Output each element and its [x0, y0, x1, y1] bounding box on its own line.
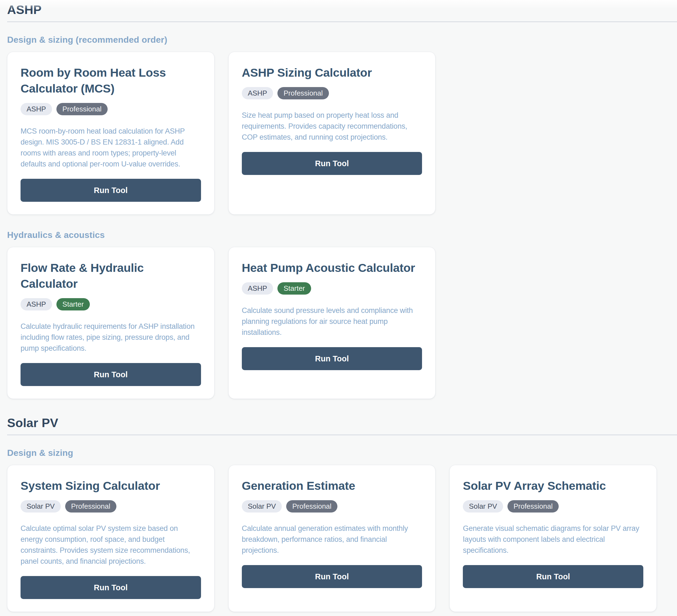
- tool-description: Calculate annual generation estimates wi…: [242, 523, 422, 556]
- tool-description: Generate visual schematic diagrams for s…: [463, 523, 643, 556]
- tier-badge: Professional: [277, 87, 329, 99]
- section-title: Solar PV: [7, 416, 677, 435]
- badge-row: Solar PV Professional: [20, 500, 201, 513]
- run-tool-button[interactable]: Run Tool: [242, 347, 422, 370]
- tier-badge: Starter: [277, 282, 311, 295]
- tool-card: System Sizing Calculator Solar PV Profes…: [7, 465, 215, 612]
- category-badge: Solar PV: [463, 500, 503, 513]
- category-badge: Solar PV: [20, 500, 61, 513]
- run-tool-button[interactable]: Run Tool: [242, 152, 422, 175]
- tool-title: System Sizing Calculator: [20, 478, 201, 493]
- group-hydraulics-acoustics: Hydraulics & acoustics Flow Rate & Hydra…: [7, 230, 677, 399]
- tool-title: Flow Rate & Hydraulic Calculator: [20, 260, 201, 292]
- category-badge: Solar PV: [242, 500, 282, 513]
- tool-card-grid: Room by Room Heat Loss Calculator (MCS) …: [7, 52, 657, 215]
- tool-title: Generation Estimate: [242, 478, 422, 493]
- group-design-sizing-solar: Design & sizing System Sizing Calculator…: [7, 448, 677, 612]
- section-ashp: ASHP Design & sizing (recommended order)…: [7, 3, 677, 399]
- run-tool-button[interactable]: Run Tool: [463, 565, 643, 588]
- tool-description: Size heat pump based on property heat lo…: [242, 110, 422, 143]
- tool-card: ASHP Sizing Calculator ASHP Professional…: [228, 52, 436, 215]
- tool-card-grid: System Sizing Calculator Solar PV Profes…: [7, 465, 657, 612]
- run-tool-button[interactable]: Run Tool: [20, 179, 201, 202]
- group-heading: Design & sizing: [7, 448, 677, 458]
- group-heading: Design & sizing (recommended order): [7, 35, 677, 45]
- badge-row: ASHP Starter: [20, 298, 201, 311]
- tool-title: Solar PV Array Schematic: [463, 478, 643, 493]
- badge-row: ASHP Professional: [20, 103, 201, 115]
- tier-badge: Starter: [56, 298, 90, 311]
- run-tool-button[interactable]: Run Tool: [20, 363, 201, 386]
- tier-badge: Professional: [56, 103, 108, 115]
- run-tool-button[interactable]: Run Tool: [242, 565, 422, 588]
- tool-description: Calculate sound pressure levels and comp…: [242, 305, 422, 338]
- category-badge: ASHP: [20, 298, 52, 311]
- badge-row: Solar PV Professional: [242, 500, 422, 513]
- tier-badge: Professional: [286, 500, 337, 513]
- group-heading: Hydraulics & acoustics: [7, 230, 677, 240]
- badge-row: ASHP Starter: [242, 282, 422, 295]
- tool-title: Room by Room Heat Loss Calculator (MCS): [20, 64, 201, 96]
- run-tool-button[interactable]: Run Tool: [20, 576, 201, 599]
- tool-title: Heat Pump Acoustic Calculator: [242, 260, 422, 276]
- tool-card: Heat Pump Acoustic Calculator ASHP Start…: [228, 247, 436, 399]
- tool-card: Solar PV Array Schematic Solar PV Profes…: [449, 465, 657, 612]
- tools-page: ASHP Design & sizing (recommended order)…: [0, 0, 677, 612]
- tool-card-grid: Flow Rate & Hydraulic Calculator ASHP St…: [7, 247, 657, 399]
- tool-title: ASHP Sizing Calculator: [242, 64, 422, 81]
- badge-row: Solar PV Professional: [463, 500, 643, 513]
- tool-card: Flow Rate & Hydraulic Calculator ASHP St…: [7, 247, 215, 399]
- category-badge: ASHP: [242, 282, 273, 295]
- category-badge: ASHP: [242, 87, 273, 99]
- tool-card: Room by Room Heat Loss Calculator (MCS) …: [7, 52, 215, 215]
- badge-row: ASHP Professional: [242, 87, 422, 99]
- tool-description: Calculate optimal solar PV system size b…: [20, 523, 201, 567]
- tool-card: Generation Estimate Solar PV Professiona…: [228, 465, 436, 612]
- tool-description: Calculate hydraulic requirements for ASH…: [20, 321, 201, 354]
- category-badge: ASHP: [20, 103, 52, 115]
- tool-description: MCS room-by-room heat load calculation f…: [20, 126, 201, 170]
- section-solar-pv: Solar PV Design & sizing System Sizing C…: [7, 416, 677, 612]
- tier-badge: Professional: [65, 500, 117, 513]
- tier-badge: Professional: [507, 500, 559, 513]
- section-title: ASHP: [7, 3, 677, 22]
- group-design-sizing: Design & sizing (recommended order) Room…: [7, 35, 677, 215]
